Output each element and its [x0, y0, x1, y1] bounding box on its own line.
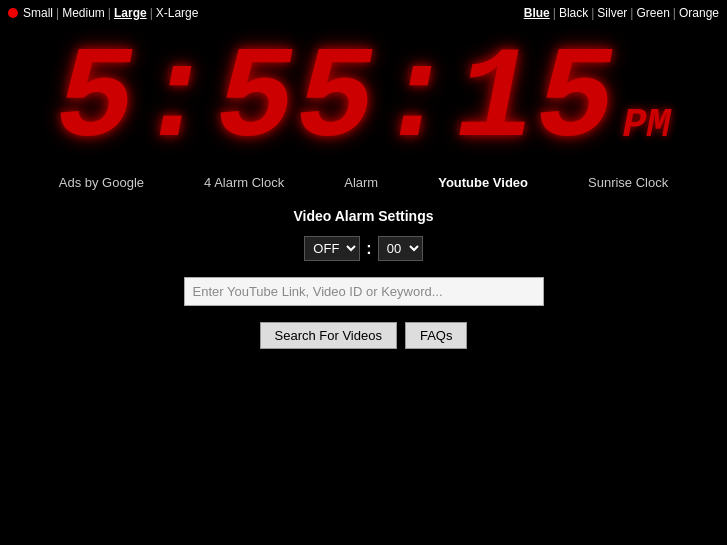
clock-display: 5:55:15 PM: [0, 26, 727, 171]
clock-colon2: :: [377, 27, 457, 174]
size-xlarge[interactable]: X-Large: [156, 6, 199, 20]
clock-minutes: 55: [216, 27, 376, 174]
color-silver[interactable]: Silver: [597, 6, 627, 20]
video-url-input[interactable]: [184, 277, 544, 306]
size-small[interactable]: Small: [23, 6, 53, 20]
nav-alarm-clock[interactable]: 4 Alarm Clock: [174, 175, 314, 190]
size-large[interactable]: Large: [114, 6, 147, 20]
clock-seconds: 15: [457, 27, 617, 174]
nav-ads-google[interactable]: Ads by Google: [29, 175, 174, 190]
settings-title: Video Alarm Settings: [293, 208, 433, 224]
clock-hours: 5: [56, 27, 136, 174]
minute-select[interactable]: 000510152025303540455055: [378, 236, 423, 261]
time-colon: :: [366, 240, 371, 258]
size-controls: Small | Medium | Large | X-Large: [8, 6, 198, 20]
hour-select[interactable]: OFF123456789101112: [304, 236, 360, 261]
search-videos-button[interactable]: Search For Videos: [260, 322, 397, 349]
action-buttons: Search For Videos FAQs: [260, 322, 468, 349]
nav-links: Ads by Google 4 Alarm Clock Alarm Youtub…: [0, 175, 727, 190]
content-area: Video Alarm Settings OFF123456789101112 …: [0, 208, 727, 349]
clock-wrapper: 5:55:15 PM: [56, 36, 670, 166]
nav-alarm[interactable]: Alarm: [314, 175, 408, 190]
nav-sunrise-clock[interactable]: Sunrise Clock: [558, 175, 698, 190]
color-green[interactable]: Green: [636, 6, 669, 20]
top-bar: Small | Medium | Large | X-Large Blue | …: [0, 0, 727, 26]
nav-youtube-video[interactable]: Youtube Video: [408, 175, 558, 190]
clock-colon1: :: [136, 27, 216, 174]
color-black[interactable]: Black: [559, 6, 588, 20]
size-dot-icon: [8, 8, 18, 18]
time-selectors: OFF123456789101112 : 0005101520253035404…: [304, 236, 422, 261]
color-orange[interactable]: Orange: [679, 6, 719, 20]
faqs-button[interactable]: FAQs: [405, 322, 468, 349]
color-blue[interactable]: Blue: [524, 6, 550, 20]
clock-time: 5:55:15: [56, 36, 616, 166]
clock-period: PM: [623, 103, 671, 166]
color-controls: Blue | Black | Silver | Green | Orange: [524, 6, 719, 20]
size-medium[interactable]: Medium: [62, 6, 105, 20]
